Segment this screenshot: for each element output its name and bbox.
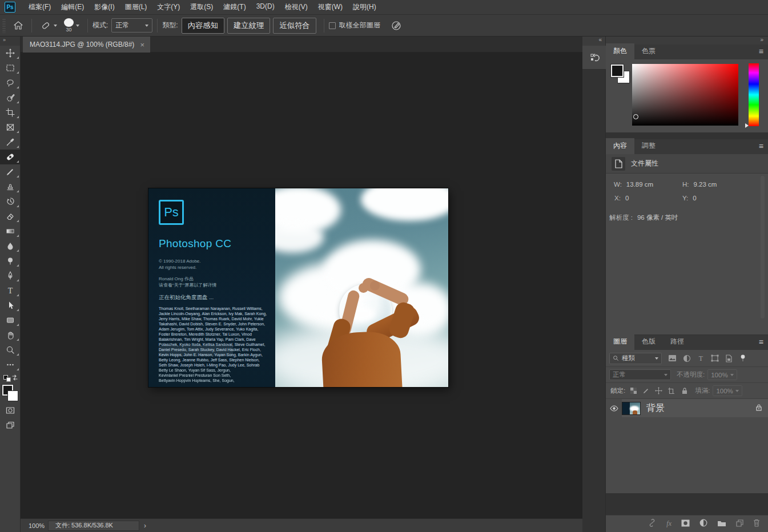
home-button[interactable] — [13, 21, 23, 31]
filter-adjustment-layers-icon[interactable] — [683, 354, 691, 362]
brush-tool[interactable] — [0, 164, 21, 179]
menu-window[interactable]: 視窗(W) — [313, 0, 348, 14]
hand-tool[interactable] — [0, 328, 21, 342]
eyedropper-tool[interactable] — [0, 135, 21, 150]
layer-visibility-eye-icon[interactable] — [606, 405, 622, 412]
dodge-tool[interactable] — [0, 253, 21, 268]
tab-adjustments[interactable]: 調整 — [634, 138, 663, 154]
filter-pixel-layers-icon[interactable] — [668, 354, 677, 362]
layer-name[interactable]: 背景 — [646, 402, 665, 414]
frame-tool[interactable] — [0, 120, 21, 135]
hue-slider-pointer[interactable] — [745, 123, 749, 128]
filter-type-layers-icon[interactable]: T — [697, 354, 705, 362]
tab-paths[interactable]: 路徑 — [663, 334, 691, 350]
type-proximity-match-button[interactable]: 近似符合 — [273, 18, 316, 34]
sample-all-layers-checkbox[interactable] — [329, 22, 336, 29]
menu-help[interactable]: 說明(H) — [348, 0, 381, 14]
type-tool[interactable]: T — [0, 283, 21, 298]
foreground-background-swatches[interactable] — [0, 384, 21, 403]
panel-menu-icon[interactable]: ≡ — [759, 142, 763, 150]
pressure-size-button[interactable] — [391, 20, 402, 31]
scrollbar[interactable] — [761, 176, 765, 319]
new-adjustment-layer-icon[interactable] — [699, 519, 707, 529]
tab-color[interactable]: 顏色 — [606, 43, 634, 59]
menu-image[interactable]: 影像(I) — [89, 0, 119, 14]
edit-toolbar-button[interactable] — [0, 357, 21, 372]
lasso-tool[interactable] — [0, 75, 21, 90]
document-tab[interactable]: MAO3114.JPG @ 100% (RGB/8#) × — [23, 37, 150, 53]
photoshop-app-icon[interactable]: Ps — [5, 2, 15, 13]
lock-image-pixels-icon[interactable] — [642, 387, 650, 394]
default-and-swap-colors[interactable] — [0, 372, 21, 384]
file-info[interactable]: 文件: 536.8K/536.8K — [48, 521, 139, 531]
menu-select[interactable]: 選取(S) — [185, 0, 218, 14]
dock-collapse-button[interactable]: « — [582, 37, 605, 46]
screen-mode-button[interactable] — [0, 418, 21, 433]
shape-tool[interactable] — [0, 313, 21, 328]
blur-tool[interactable] — [0, 239, 21, 253]
lock-position-icon[interactable] — [655, 387, 662, 394]
filter-smart-objects-icon[interactable] — [725, 354, 733, 362]
lock-transparent-pixels-icon[interactable] — [630, 387, 637, 394]
menu-file[interactable]: 檔案(F) — [23, 0, 56, 14]
clone-stamp-tool[interactable] — [0, 179, 21, 194]
color-picker-cursor[interactable] — [633, 114, 638, 119]
history-panel-icon[interactable] — [582, 46, 606, 70]
layer-filter-toggle[interactable] — [740, 354, 746, 362]
layer-lock-icon[interactable] — [755, 403, 762, 413]
zoom-level[interactable]: 100% — [29, 522, 48, 529]
history-brush-tool[interactable] — [0, 194, 21, 209]
panel-menu-icon[interactable]: ≡ — [759, 338, 763, 346]
tab-swatches[interactable]: 色票 — [634, 43, 663, 59]
quick-mask-button[interactable] — [0, 403, 21, 418]
zoom-tool[interactable] — [0, 342, 21, 357]
type-create-texture-button[interactable]: 建立紋理 — [227, 18, 270, 34]
hue-slider[interactable] — [749, 63, 759, 126]
canvas[interactable]: Ps Photoshop CC © 1990-2018 Adobe. All r… — [21, 53, 582, 518]
add-layer-mask-icon[interactable] — [681, 519, 690, 529]
pen-tool[interactable] — [0, 268, 21, 283]
mode-select[interactable]: 正常 — [111, 18, 152, 33]
menu-layer[interactable]: 圖層(L) — [120, 0, 152, 14]
background-color-swatch[interactable] — [7, 390, 18, 401]
link-layers-icon[interactable] — [648, 519, 657, 529]
tool-preset-button[interactable] — [40, 20, 57, 31]
layer-filter-kind-select[interactable]: 種類 — [609, 353, 662, 364]
menu-type[interactable]: 文字(Y) — [152, 0, 185, 14]
fill-input[interactable]: 100% — [713, 385, 742, 396]
gradient-tool[interactable] — [0, 224, 21, 239]
tab-channels[interactable]: 色版 — [634, 334, 663, 350]
new-group-icon[interactable] — [717, 519, 726, 529]
eraser-tool[interactable] — [0, 209, 21, 224]
type-content-aware-button[interactable]: 內容感知 — [182, 18, 224, 34]
spot-healing-brush-tool[interactable] — [0, 150, 21, 164]
foreground-color-swatch[interactable] — [611, 65, 624, 77]
tab-properties[interactable]: 內容 — [606, 138, 634, 154]
path-selection-tool[interactable] — [0, 298, 21, 313]
move-tool[interactable] — [0, 46, 21, 61]
opacity-input[interactable]: 100% — [707, 369, 737, 380]
status-expand-icon[interactable]: › — [144, 522, 146, 530]
layer-effects-icon[interactable]: fx — [666, 519, 672, 528]
layer-row-background[interactable]: 背景 — [606, 399, 768, 417]
crop-tool[interactable] — [0, 105, 21, 120]
blend-mode-select[interactable]: 正常 — [609, 369, 671, 380]
new-layer-icon[interactable] — [736, 519, 743, 529]
marquee-tool[interactable] — [0, 61, 21, 75]
menu-edit[interactable]: 編輯(E) — [56, 0, 89, 14]
filter-shape-layers-icon[interactable] — [711, 354, 719, 362]
saturation-brightness-field[interactable] — [632, 64, 738, 126]
lock-all-icon[interactable] — [681, 387, 688, 394]
menu-filter[interactable]: 濾鏡(T) — [218, 0, 251, 14]
delete-layer-icon[interactable] — [753, 519, 760, 529]
menu-view[interactable]: 檢視(V) — [280, 0, 313, 14]
toolbar-collapse-button[interactable]: » — [0, 37, 20, 46]
close-tab-icon[interactable]: × — [140, 41, 144, 49]
menu-3d[interactable]: 3D(D) — [251, 0, 280, 14]
layer-thumbnail[interactable] — [622, 402, 641, 415]
brush-size-picker[interactable]: 30 — [64, 18, 79, 33]
quick-selection-tool[interactable] — [0, 90, 21, 105]
lock-artboard-icon[interactable] — [668, 387, 675, 394]
tab-layers[interactable]: 圖層 — [606, 334, 634, 350]
panel-menu-icon[interactable]: ≡ — [759, 47, 763, 55]
